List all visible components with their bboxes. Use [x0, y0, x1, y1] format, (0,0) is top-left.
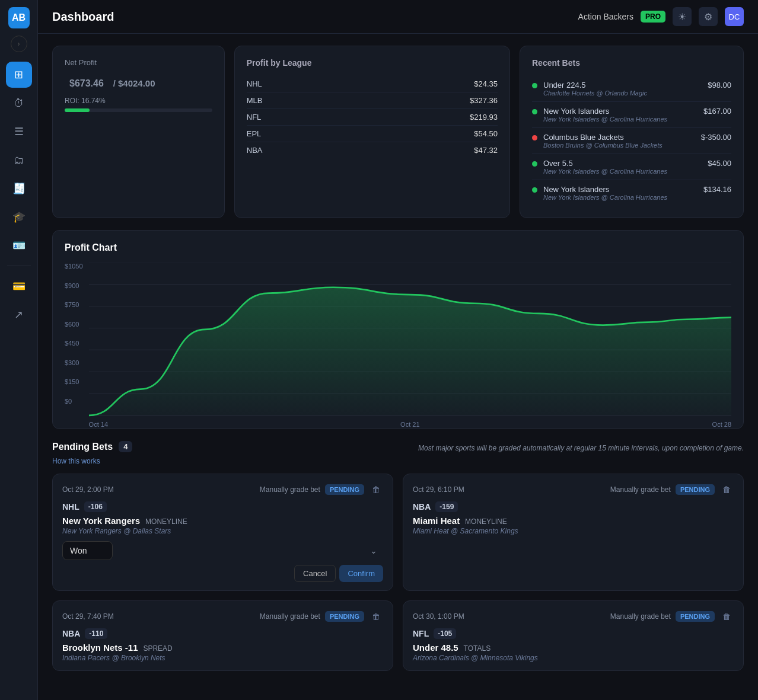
recent-bet-name: New York Islanders [543, 185, 698, 194]
bet-team: New York Rangers [62, 516, 140, 526]
sidebar-item-share[interactable]: ↗ [6, 302, 32, 328]
bet-team: Brooklyn Nets -11 [62, 643, 138, 653]
bet-card: Oct 29, 7:40 PM Manually grade bet PENDI… [52, 600, 393, 671]
bet-league-row: NBA -159 [413, 501, 734, 512]
bet-card-top: Oct 29, 2:00 PM Manually grade bet PENDI… [62, 482, 383, 497]
league-row: EPL$54.50 [247, 126, 498, 142]
odds-badge: -106 [84, 501, 107, 512]
pending-badge: PENDING [676, 611, 715, 622]
recent-bet-name: New York Islanders [543, 107, 698, 116]
league-value: $219.93 [470, 113, 498, 122]
cancel-button[interactable]: Cancel [294, 565, 336, 582]
x-axis-label: Oct 14 [89, 421, 108, 428]
y-axis-label: $1050 [65, 263, 83, 270]
dashboard-content: Net Profit $673.46 / $4024.00 ROI: 16.74… [38, 34, 758, 683]
bet-team: Under 48.5 [413, 643, 458, 653]
pending-bets-section: Pending Bets 4 Most major sports will be… [52, 441, 744, 671]
recent-bet-item: New York Islanders New York Islanders @ … [532, 180, 731, 206]
manually-grade-text: Manually grade bet [260, 612, 320, 621]
bet-status-dot [532, 135, 537, 140]
how-it-works-link[interactable]: How this works [52, 457, 744, 465]
bet-status-dot [532, 187, 537, 193]
grade-select[interactable]: WonLostPushHalf WinHalf Loss [62, 541, 113, 560]
bets-grid: Oct 29, 2:00 PM Manually grade bet PENDI… [52, 474, 744, 671]
bet-team-row: New York Rangers MONEYLINE [62, 516, 383, 526]
league-value: $24.35 [474, 79, 498, 88]
profit-by-league-card: Profit by League NHL$24.35MLB$327.36NFL$… [234, 46, 510, 218]
league-name: NFL [247, 113, 262, 122]
recent-bet-info: Under 224.5 Charlotte Hornets @ Orlando … [543, 81, 702, 97]
confirm-button[interactable]: Confirm [339, 565, 383, 582]
recent-bet-info: New York Islanders New York Islanders @ … [543, 185, 698, 201]
bet-card-top: Oct 29, 7:40 PM Manually grade bet PENDI… [62, 609, 383, 624]
y-axis-label: $450 [65, 340, 83, 347]
sidebar-item-list[interactable]: ☰ [6, 119, 32, 145]
bet-game: Arizona Cardinals @ Minnesota Vikings [413, 654, 734, 662]
league-value: $327.36 [470, 96, 498, 105]
theme-toggle[interactable]: ☀ [673, 7, 692, 26]
chart-xaxis: Oct 14Oct 21Oct 28 [89, 421, 731, 428]
sidebar-divider [7, 266, 31, 266]
bet-game: Indiana Pacers @ Brooklyn Nets [62, 654, 383, 662]
recent-bets-title: Recent Bets [532, 58, 731, 68]
bet-league-name: NBA [413, 502, 431, 512]
league-row: MLB$327.36 [247, 92, 498, 109]
pending-badge: PENDING [676, 484, 715, 495]
bet-team: Miami Heat [413, 516, 460, 526]
sidebar-item-billing[interactable]: 🧾 [6, 175, 32, 202]
bet-status-dot [532, 109, 537, 114]
y-axis-label: $150 [65, 378, 83, 385]
pro-badge: PRO [641, 11, 665, 23]
bet-game: New York Rangers @ Dallas Stars [62, 527, 383, 535]
bet-card: Oct 30, 1:00 PM Manually grade bet PENDI… [403, 600, 744, 671]
sidebar-item-education[interactable]: 🎓 [6, 204, 32, 230]
delete-icon[interactable]: 🗑 [719, 609, 734, 624]
bet-type: TOTALS [464, 644, 491, 653]
bet-team-row: Miami Heat MONEYLINE [413, 516, 734, 526]
chart-svg [89, 263, 731, 417]
y-axis-label: $0 [65, 398, 83, 405]
recent-bet-item: New York Islanders New York Islanders @ … [532, 102, 731, 128]
discord-icon[interactable]: DC [725, 7, 744, 26]
recent-bet-item: Columbus Blue Jackets Boston Bruins @ Co… [532, 128, 731, 154]
bet-date: Oct 30, 1:00 PM [413, 612, 606, 621]
chart-yaxis: $0$150$300$450$600$750$900$1050 [65, 263, 89, 417]
bet-date: Oct 29, 7:40 PM [62, 612, 255, 621]
bet-league-row: NFL -105 [413, 628, 734, 639]
y-axis-label: $900 [65, 282, 83, 289]
bet-date: Oct 29, 2:00 PM [62, 485, 255, 494]
grade-row: WonLostPushHalf WinHalf Loss [62, 541, 383, 560]
pending-title: Pending Bets [52, 442, 113, 452]
recent-bet-game: New York Islanders @ Carolina Hurricanes [543, 194, 698, 201]
recent-bet-game: New York Islanders @ Carolina Hurricanes [543, 168, 702, 175]
league-name: EPL [247, 129, 262, 138]
sidebar-item-folder[interactable]: 🗂 [6, 147, 32, 173]
x-axis-label: Oct 28 [712, 421, 731, 428]
manually-grade-text: Manually grade bet [610, 485, 671, 494]
page-title: Dashboard [52, 10, 571, 24]
manually-grade-text: Manually grade bet [260, 485, 320, 494]
settings-icon[interactable]: ⚙ [699, 7, 718, 26]
bet-type: MONEYLINE [465, 517, 507, 526]
sidebar-item-wallet[interactable]: 💳 [6, 273, 32, 299]
sidebar-item-dashboard[interactable]: ⊞ [6, 62, 32, 88]
league-name: NBA [247, 146, 263, 155]
bet-type: MONEYLINE [145, 517, 187, 526]
delete-icon[interactable]: 🗑 [369, 609, 383, 624]
recent-bet-name: Columbus Blue Jackets [543, 133, 695, 142]
sidebar-item-id[interactable]: 🪪 [6, 232, 32, 258]
recent-bet-info: Over 5.5 New York Islanders @ Carolina H… [543, 159, 702, 175]
sidebar: AB › ⊞ ⏱ ☰ 🗂 🧾 🎓 🪪 💳 ↗ [0, 0, 38, 700]
sidebar-item-history[interactable]: ⏱ [6, 90, 32, 116]
pending-badge: PENDING [325, 484, 364, 495]
bet-status-dot [532, 83, 537, 88]
sidebar-toggle[interactable]: › [11, 36, 27, 52]
odds-badge: -110 [85, 628, 107, 639]
delete-icon[interactable]: 🗑 [719, 482, 734, 497]
delete-icon[interactable]: 🗑 [369, 482, 383, 497]
recent-bet-value: $45.00 [708, 159, 731, 168]
progress-bar-bg [65, 108, 212, 112]
main-content: Dashboard Action Backers PRO ☀ ⚙ DC Net … [38, 0, 758, 700]
bet-game: Miami Heat @ Sacramento Kings [413, 527, 734, 535]
pending-info: Most major sports will be graded automat… [418, 444, 744, 452]
